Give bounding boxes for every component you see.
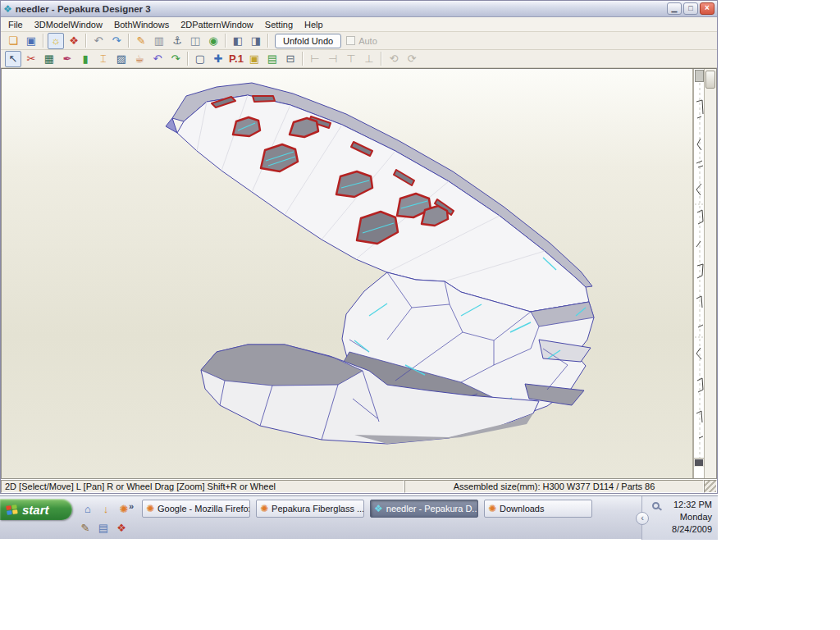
download-app-icon[interactable]: ↓ xyxy=(98,502,113,517)
quick-launch-row2: ✎▤❖ xyxy=(78,521,129,536)
tray-date: 8/24/2009 xyxy=(642,523,712,536)
task-downloads[interactable]: ✺ Downloads xyxy=(484,500,592,518)
2d-pattern-window-sliver[interactable] xyxy=(692,69,704,478)
task-icon: ✺ xyxy=(260,503,268,514)
toolbar-separator xyxy=(187,52,189,66)
arrange-parts-icon[interactable]: ✚ xyxy=(210,51,226,67)
toolbar-separator xyxy=(43,34,44,48)
vertical-scrollbar[interactable] xyxy=(704,69,716,478)
toolbar-2d: ↖✂▦✒▮⌶▨☕↶↷▢✚P.1▣▤⊟⊢⊣⊤⊥⟲⟳ xyxy=(1,50,717,68)
task-icon: ✺ xyxy=(146,503,154,514)
tray-chevron-button[interactable]: ‹ xyxy=(636,512,649,525)
pepakura-app-icon: ❖ xyxy=(3,4,12,14)
minimize-button[interactable]: ▁ xyxy=(667,2,682,15)
toolbar-separator xyxy=(225,34,226,48)
show-desktop-icon[interactable]: ⌂ xyxy=(80,502,95,517)
status-hint-text: 2D [Select/Move] L [Pan] R or Wheel Drag… xyxy=(1,480,404,493)
rotate-ccw-90-icon[interactable]: ⟲ xyxy=(386,51,402,67)
pepakura-cube-icon[interactable]: ❖ xyxy=(114,521,129,536)
texture-cube-icon[interactable]: ❖ xyxy=(66,33,82,49)
light-toggle-icon[interactable]: ☼ xyxy=(48,33,64,49)
task-needler-pepakura[interactable]: ❖ needler - Pepakura D... xyxy=(370,500,478,518)
flip-left-icon[interactable]: ↶ xyxy=(90,33,107,49)
start-button[interactable]: start xyxy=(0,499,72,520)
close-button[interactable]: × xyxy=(700,2,714,15)
2d-horizontal-scrollbar[interactable] xyxy=(694,458,704,467)
save-file-icon[interactable]: ▣ xyxy=(23,33,39,49)
task-label: needler - Pepakura D... xyxy=(386,504,478,514)
maximize-button[interactable]: □ xyxy=(683,2,698,15)
task-icon: ✺ xyxy=(488,503,496,514)
select-area-icon[interactable]: ▢ xyxy=(192,51,208,67)
toolbar-separator xyxy=(85,34,87,48)
layout-left-icon[interactable]: ◧ xyxy=(230,33,246,49)
toolbar-separator xyxy=(302,52,304,66)
text-box-icon[interactable]: ⌶ xyxy=(95,51,112,67)
calculator-icon[interactable]: ▤ xyxy=(96,521,111,536)
3d-viewport[interactable] xyxy=(2,69,692,478)
2d-horizontal-scrollbar-thumb[interactable] xyxy=(695,459,703,466)
3d-model-needler[interactable] xyxy=(2,69,689,479)
auto-checkbox-label: Auto xyxy=(358,36,377,46)
redo-icon[interactable]: ↷ xyxy=(167,51,184,67)
auto-checkbox[interactable]: Auto xyxy=(346,36,377,46)
system-tray: ‹ 12:32 PM Monday 8/24/2009 xyxy=(641,496,718,540)
texture-edit-icon[interactable]: ▦ xyxy=(41,51,57,67)
open-file-icon[interactable]: ❏ xyxy=(5,33,21,49)
auto-checkbox-box[interactable] xyxy=(346,36,355,45)
align-right-icon[interactable]: ⊣ xyxy=(325,51,341,67)
task-label: Downloads xyxy=(500,504,544,514)
quick-launch-overflow-chevron[interactable]: » xyxy=(129,501,134,511)
select-move-icon[interactable]: ↖ xyxy=(5,51,21,67)
paint-bucket-icon[interactable]: ☕ xyxy=(131,51,148,67)
menu-help[interactable]: Help xyxy=(299,19,329,30)
menu-setting[interactable]: Setting xyxy=(259,19,299,30)
page-number-icon[interactable]: P.1 xyxy=(228,51,244,67)
print-icon[interactable]: ⊟ xyxy=(282,51,299,67)
anchor-icon[interactable]: ⚓ xyxy=(169,33,185,49)
2d-window-corner xyxy=(695,70,704,82)
start-button-label: start xyxy=(22,503,49,517)
align-bottom-icon[interactable]: ⊥ xyxy=(361,51,377,67)
menu-bothwindows[interactable]: BothWindows xyxy=(108,19,175,30)
align-left-icon[interactable]: ⊢ xyxy=(307,51,323,67)
mirror-icon[interactable]: ◫ xyxy=(187,33,203,49)
menubar: File3DModelWindowBothWindows2DPatternWin… xyxy=(1,17,717,32)
pen-icon[interactable]: ✎ xyxy=(133,33,149,49)
resize-grip[interactable] xyxy=(704,480,717,493)
check-parts-icon[interactable]: ◉ xyxy=(205,33,221,49)
status-assembled-size: Assembled size(mm): H300 W377 D114 / Par… xyxy=(404,480,704,493)
taskbar: start ⌂↓✺ » ✎▤❖ ✺ Google - Mozilla Firef… xyxy=(0,495,718,539)
flip-right-icon[interactable]: ↷ xyxy=(108,33,125,49)
edit-flaps-icon[interactable]: ✂ xyxy=(23,51,39,67)
layout-right-icon[interactable]: ◨ xyxy=(248,33,264,49)
save-layout-icon[interactable]: ▣ xyxy=(246,51,262,67)
toolbar-separator xyxy=(381,52,382,66)
unfold-undo-button[interactable]: Unfold Undo xyxy=(275,34,341,48)
titlebar[interactable]: ❖ needler - Pepakura Designer 3 ▁ □ × xyxy=(1,1,717,17)
vertical-scrollbar-thumb[interactable] xyxy=(705,71,715,89)
main-area xyxy=(1,68,717,479)
task-label: Google - Mozilla Firefox xyxy=(158,504,250,514)
toolbar-separator xyxy=(128,34,130,48)
window-title: needler - Pepakura Designer 3 xyxy=(16,4,664,14)
align-top-icon[interactable]: ⊤ xyxy=(343,51,359,67)
toolbar-main-icons: ❏▣☼❖↶↷✎▥⚓◫◉◧◨ xyxy=(4,33,272,49)
task-pepakura-fiberglass[interactable]: ✺ Pepakura Fiberglass ... xyxy=(256,500,364,518)
export-image-icon[interactable]: ▤ xyxy=(264,51,281,67)
menu-file[interactable]: File xyxy=(2,19,29,30)
solid-view-icon[interactable]: ▥ xyxy=(151,33,167,49)
menu-2dpatternwindow[interactable]: 2DPatternWindow xyxy=(175,19,259,30)
statusbar: 2D [Select/Move] L [Pan] R or Wheel Drag… xyxy=(1,479,717,493)
magnifier-icon[interactable] xyxy=(652,502,660,509)
pencil-cup-icon[interactable]: ✎ xyxy=(78,521,93,536)
pepakura-window: ❖ needler - Pepakura Designer 3 ▁ □ × Fi… xyxy=(0,0,718,494)
battery-icon[interactable]: ▮ xyxy=(77,51,94,67)
menu-3dmodelwindow[interactable]: 3DModelWindow xyxy=(29,19,108,30)
image-box-icon[interactable]: ▨ xyxy=(113,51,130,67)
task-google-firefox[interactable]: ✺ Google - Mozilla Firefox xyxy=(142,500,250,518)
undo-icon[interactable]: ↶ xyxy=(149,51,166,67)
rotate-cw-90-icon[interactable]: ⟳ xyxy=(404,51,420,67)
draw-lines-icon[interactable]: ✒ xyxy=(59,51,75,67)
toolbar-separator xyxy=(267,34,269,48)
